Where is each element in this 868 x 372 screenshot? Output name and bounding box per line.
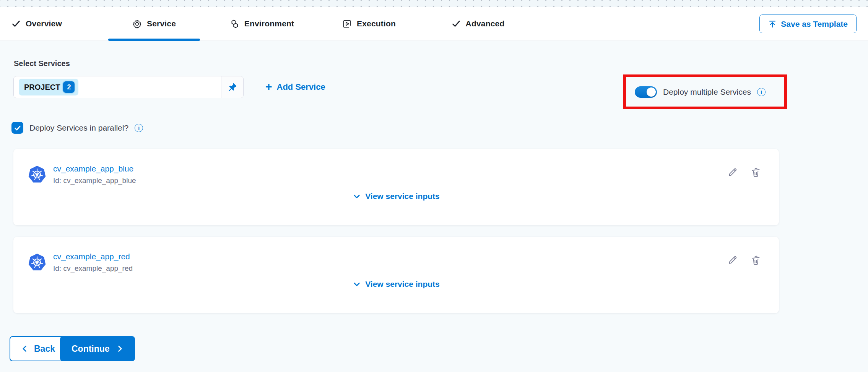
tab-label: Environment xyxy=(244,19,294,28)
hexagons-icon xyxy=(230,19,239,29)
project-chip-label: PROJECT xyxy=(24,83,60,92)
tab-execution[interactable]: Execution xyxy=(327,7,411,40)
service-card-red: cv_example_app_red Id: cv_example_app_re… xyxy=(13,237,779,313)
check-icon xyxy=(11,19,21,28)
project-chip[interactable]: PROJECT 2 xyxy=(19,79,78,95)
info-icon[interactable]: i xyxy=(135,124,143,132)
add-service-button[interactable]: + Add Service xyxy=(265,76,325,98)
continue-label: Continue xyxy=(72,344,110,354)
select-services-input[interactable]: PROJECT 2 xyxy=(13,76,244,98)
deploy-multiple-services-highlight: Deploy multiple Services i xyxy=(623,74,787,109)
chevron-left-icon xyxy=(21,345,29,353)
tab-label: Overview xyxy=(26,19,62,28)
service-card-blue: cv_example_app_blue Id: cv_example_app_b… xyxy=(13,149,779,225)
stage-tabbar: Overview Service Environment Execution xyxy=(0,7,868,40)
gear-icon xyxy=(132,19,142,29)
deploy-multiple-services-label: Deploy multiple Services xyxy=(663,87,751,97)
tab-environment[interactable]: Environment xyxy=(214,7,310,40)
tab-label: Execution xyxy=(357,19,396,28)
service-id-text: Id: cv_example_app_blue xyxy=(53,176,136,185)
add-service-label: Add Service xyxy=(277,82,325,92)
service-name-link[interactable]: cv_example_app_red xyxy=(53,252,130,261)
toggle-knob xyxy=(647,87,656,97)
deploy-parallel-checkbox[interactable] xyxy=(11,122,23,134)
chevron-down-icon xyxy=(353,280,361,288)
edit-icon[interactable] xyxy=(727,255,738,265)
check-icon xyxy=(452,19,461,28)
back-label: Back xyxy=(34,344,55,354)
pin-button[interactable] xyxy=(221,76,243,98)
tab-label: Advanced xyxy=(466,19,505,28)
view-service-inputs-label: View service inputs xyxy=(365,280,440,289)
project-chip-count-badge: 2 xyxy=(63,81,75,93)
save-as-template-button[interactable]: Save as Template xyxy=(759,15,857,33)
view-service-inputs-button[interactable]: View service inputs xyxy=(13,192,779,201)
check-icon xyxy=(14,124,21,132)
service-name-link[interactable]: cv_example_app_blue xyxy=(53,164,133,173)
tab-overview[interactable]: Overview xyxy=(11,7,69,40)
info-icon[interactable]: i xyxy=(757,88,766,96)
service-card-actions xyxy=(727,167,761,178)
play-square-icon xyxy=(342,19,352,29)
deploy-parallel-row: Deploy Services in parallel? i xyxy=(11,122,143,134)
pipeline-canvas-dots xyxy=(0,0,868,7)
delete-icon[interactable] xyxy=(751,255,761,265)
delete-icon[interactable] xyxy=(751,167,761,178)
service-id-text: Id: cv_example_app_red xyxy=(53,264,133,273)
tab-label: Service xyxy=(147,19,176,28)
service-card-actions xyxy=(727,255,761,265)
back-button[interactable]: Back xyxy=(10,336,67,361)
deploy-parallel-label: Deploy Services in parallel? xyxy=(29,123,128,133)
chevron-right-icon xyxy=(116,345,124,353)
chevron-down-icon xyxy=(353,192,361,201)
tab-advanced[interactable]: Advanced xyxy=(436,7,520,40)
pin-icon xyxy=(228,82,237,92)
save-as-template-label: Save as Template xyxy=(781,19,848,29)
deploy-multiple-services-toggle[interactable] xyxy=(635,86,657,98)
kubernetes-icon xyxy=(28,165,46,184)
continue-button[interactable]: Continue xyxy=(60,336,135,361)
tab-service[interactable]: Service xyxy=(108,7,200,40)
upload-icon xyxy=(768,20,777,28)
select-services-label: Select Services xyxy=(14,59,70,68)
plus-icon: + xyxy=(265,81,272,92)
selected-services-chip-area: PROJECT 2 xyxy=(14,76,221,98)
service-tab-content: Select Services PROJECT 2 + Add Service … xyxy=(0,41,868,372)
edit-icon[interactable] xyxy=(727,167,738,178)
view-service-inputs-label: View service inputs xyxy=(365,192,440,201)
kubernetes-icon xyxy=(28,253,46,272)
view-service-inputs-button[interactable]: View service inputs xyxy=(13,280,779,289)
